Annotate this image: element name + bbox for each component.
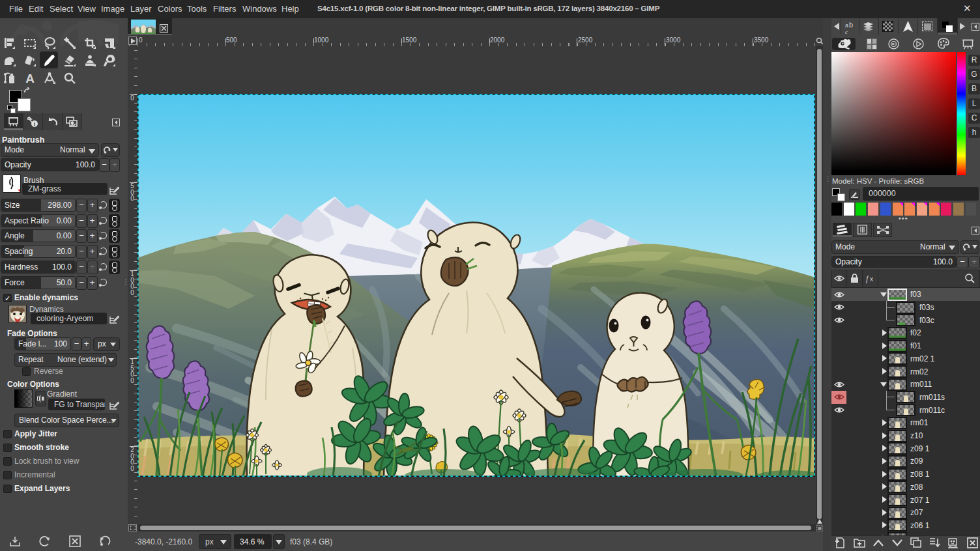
svg-text:A: A xyxy=(25,72,35,85)
